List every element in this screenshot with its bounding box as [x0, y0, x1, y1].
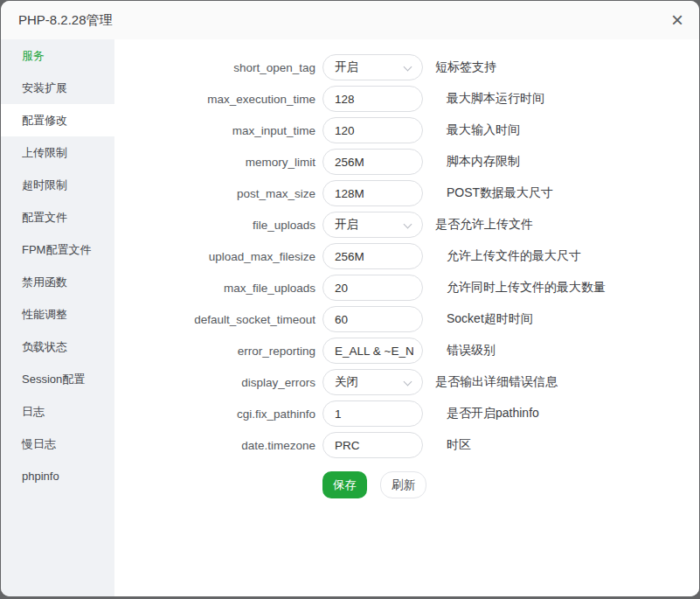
config-panel: short_open_tag开启短标签支持max_execution_time最…	[114, 39, 699, 596]
field-label: cgi.fix_pathinfo	[114, 407, 315, 421]
sidebar-item-性能调整[interactable]: 性能调整	[1, 298, 114, 331]
field-description: 脚本内存限制	[447, 154, 520, 170]
refresh-button[interactable]: 刷新	[380, 471, 426, 498]
date.timezone-input[interactable]	[322, 432, 423, 458]
form-row-error_reporting: error_reporting错误级别	[114, 338, 699, 364]
form-actions: 保存 刷新	[114, 471, 699, 498]
field-description: 允许上传文件的最大尺寸	[447, 248, 581, 264]
field-label: short_open_tag	[114, 61, 315, 74]
cgi.fix_pathinfo-input[interactable]	[322, 400, 423, 427]
error_reporting-input[interactable]	[322, 338, 423, 364]
field-label: default_socket_timeout	[114, 313, 315, 326]
field-label: memory_limit	[114, 156, 315, 169]
sidebar-item-配置修改[interactable]: 配置修改	[1, 104, 114, 136]
dialog-title: PHP-8.2.28管理	[18, 12, 113, 29]
memory_limit-input[interactable]	[322, 149, 423, 175]
upload_max_filesize-input[interactable]	[322, 243, 423, 269]
sidebar-item-禁用函数[interactable]: 禁用函数	[1, 266, 114, 298]
form-row-file_uploads: file_uploads开启是否允许上传文件	[114, 212, 699, 238]
field-description: 错误级别	[447, 343, 496, 359]
field-description: Socket超时时间	[447, 311, 533, 327]
selected-value: 开启	[335, 217, 358, 233]
selected-value: 关闭	[335, 374, 358, 390]
form-row-upload_max_filesize: upload_max_filesize允许上传文件的最大尺寸	[114, 243, 699, 269]
sidebar-item-FPM配置文件[interactable]: FPM配置文件	[1, 233, 114, 266]
sidebar-item-安装扩展[interactable]: 安装扩展	[1, 72, 114, 104]
sidebar-item-phpinfo[interactable]: phpinfo	[1, 460, 114, 492]
chevron-down-icon	[404, 220, 412, 229]
field-description: 时区	[447, 437, 471, 453]
sidebar-nav: 服务安装扩展配置修改上传限制超时限制配置文件FPM配置文件禁用函数性能调整负载状…	[1, 39, 114, 596]
field-description: 允许同时上传文件的最大数量	[447, 280, 606, 296]
field-description: 是否开启pathinfo	[447, 406, 539, 421]
short_open_tag-select[interactable]: 开启	[322, 54, 423, 80]
display_errors-select[interactable]: 关闭	[322, 369, 423, 395]
field-label: date.timezone	[114, 439, 315, 452]
field-label: max_input_time	[114, 124, 315, 137]
form-row-max_input_time: max_input_time最大输入时间	[114, 117, 699, 143]
form-row-default_socket_timeout: default_socket_timeoutSocket超时时间	[114, 306, 699, 332]
form-row-date.timezone: date.timezone时区	[114, 432, 699, 458]
sidebar-item-负载状态[interactable]: 负载状态	[1, 331, 114, 363]
chevron-down-icon	[404, 378, 412, 387]
sidebar-item-Session配置[interactable]: Session配置	[1, 363, 114, 395]
sidebar-item-上传限制[interactable]: 上传限制	[1, 136, 114, 169]
save-button[interactable]: 保存	[322, 471, 367, 498]
selected-value: 开启	[335, 59, 358, 75]
max_execution_time-input[interactable]	[322, 86, 423, 112]
field-label: upload_max_filesize	[114, 250, 315, 263]
sidebar-item-日志[interactable]: 日志	[1, 395, 114, 428]
close-icon[interactable]: ×	[671, 11, 683, 29]
chevron-down-icon	[404, 63, 412, 72]
form-row-cgi.fix_pathinfo: cgi.fix_pathinfo是否开启pathinfo	[114, 400, 699, 427]
post_max_size-input[interactable]	[322, 180, 423, 206]
form-row-memory_limit: memory_limit脚本内存限制	[114, 149, 699, 175]
field-label: max_execution_time	[114, 93, 315, 106]
form-row-max_execution_time: max_execution_time最大脚本运行时间	[114, 86, 699, 112]
field-description: 是否允许上传文件	[435, 217, 533, 233]
field-description: 是否输出详细错误信息	[435, 374, 558, 390]
config-form: short_open_tag开启短标签支持max_execution_time最…	[114, 54, 699, 458]
field-label: display_errors	[114, 376, 315, 389]
max_input_time-input[interactable]	[322, 117, 423, 143]
dialog-titlebar: PHP-8.2.28管理 ×	[1, 1, 699, 39]
default_socket_timeout-input[interactable]	[322, 306, 423, 332]
sidebar-item-慢日志[interactable]: 慢日志	[1, 428, 114, 460]
field-label: error_reporting	[114, 345, 315, 358]
form-row-display_errors: display_errors关闭是否输出详细错误信息	[114, 369, 699, 395]
form-row-short_open_tag: short_open_tag开启短标签支持	[114, 54, 699, 80]
max_file_uploads-input[interactable]	[322, 275, 423, 301]
file_uploads-select[interactable]: 开启	[322, 212, 423, 238]
field-label: post_max_size	[114, 187, 315, 200]
field-description: POST数据最大尺寸	[447, 185, 553, 201]
form-row-post_max_size: post_max_sizePOST数据最大尺寸	[114, 180, 699, 206]
dialog-body: 服务安装扩展配置修改上传限制超时限制配置文件FPM配置文件禁用函数性能调整负载状…	[1, 39, 699, 596]
field-description: 最大输入时间	[447, 122, 520, 138]
field-label: max_file_uploads	[114, 282, 315, 295]
sidebar-item-超时限制[interactable]: 超时限制	[1, 169, 114, 201]
sidebar-item-配置文件[interactable]: 配置文件	[1, 201, 114, 233]
php-manager-dialog: PHP-8.2.28管理 × 服务安装扩展配置修改上传限制超时限制配置文件FPM…	[1, 1, 699, 596]
sidebar-item-服务[interactable]: 服务	[1, 39, 114, 72]
field-label: file_uploads	[114, 219, 315, 232]
field-description: 短标签支持	[435, 59, 496, 75]
form-row-max_file_uploads: max_file_uploads允许同时上传文件的最大数量	[114, 275, 699, 301]
field-description: 最大脚本运行时间	[447, 91, 544, 107]
